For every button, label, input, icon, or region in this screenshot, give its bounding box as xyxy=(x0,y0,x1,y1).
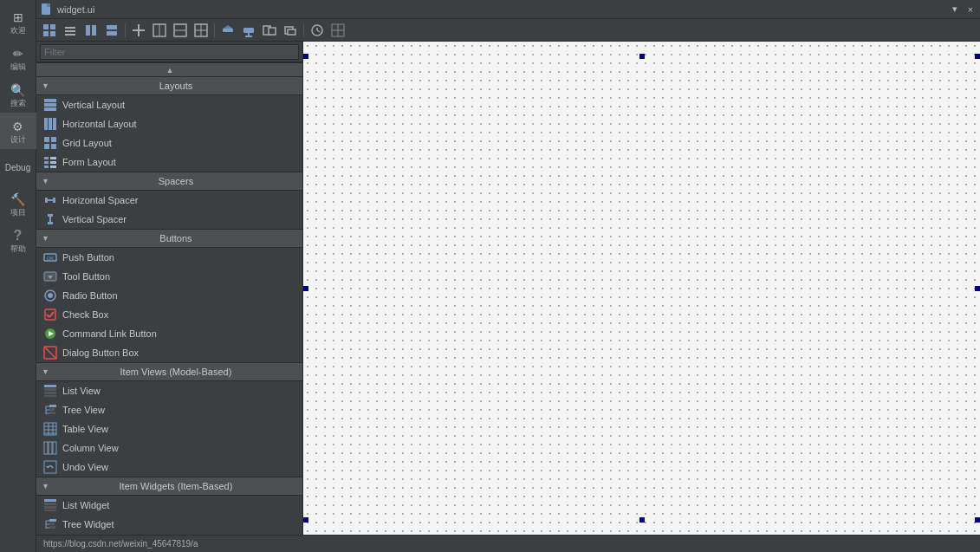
content-area: ▲ ▼ Layouts Vertical Layout xyxy=(36,42,980,535)
close-btn[interactable]: × xyxy=(964,3,977,16)
svg-rect-3 xyxy=(50,24,55,29)
sidebar-item-help[interactable]: ? 帮助 xyxy=(0,222,36,258)
sidebar-item-search[interactable]: 🔍 搜索 xyxy=(0,76,36,113)
list-item-dialog-button-box[interactable]: Dialog Button Box xyxy=(36,343,302,362)
toolbar-btn-14[interactable] xyxy=(328,22,347,39)
svg-rect-40 xyxy=(44,118,48,130)
svg-line-67 xyxy=(49,312,54,317)
corner-tl xyxy=(303,54,308,59)
corner-br xyxy=(975,517,980,523)
svg-rect-2 xyxy=(43,24,49,29)
horizontal-spacer-label: Horizontal Spacer xyxy=(62,195,138,205)
list-item-list-widget[interactable]: List Widget xyxy=(36,496,302,515)
svg-rect-57 xyxy=(48,214,53,217)
item-views-label: Item Views (Model-Based) xyxy=(55,367,297,377)
category-buttons[interactable]: ▼ Buttons xyxy=(36,229,302,248)
svg-rect-43 xyxy=(44,137,49,142)
list-item-vertical-layout[interactable]: Vertical Layout xyxy=(36,95,302,114)
list-item-tool-button[interactable]: Tool Button xyxy=(36,267,302,286)
category-spacers[interactable]: ▼ Spacers xyxy=(36,172,302,191)
toolbar-btn-9[interactable] xyxy=(218,22,237,39)
item-views-arrow: ▼ xyxy=(42,367,49,376)
list-item-table-view[interactable]: Table View xyxy=(36,419,302,438)
sidebar-item-edit[interactable]: ✏ 编辑 xyxy=(0,40,36,76)
sidebar-item-debug[interactable]: Debug xyxy=(0,149,36,185)
minimize-btn[interactable]: ▾ xyxy=(949,3,961,16)
status-text: https://blog.csdn.net/weixin_45647819/a xyxy=(43,539,198,549)
toolbar-btn-7[interactable] xyxy=(171,22,190,39)
toolbar-btn-11[interactable] xyxy=(260,22,279,39)
check-box-icon xyxy=(43,308,57,321)
undo-view-label: Undo View xyxy=(62,462,108,472)
grid-layout-icon xyxy=(43,136,57,150)
project-icon: 🔨 xyxy=(10,192,26,207)
dialog-button-box-label: Dialog Button Box xyxy=(62,347,139,358)
toolbar-btn-5[interactable] xyxy=(129,22,148,39)
svg-rect-28 xyxy=(269,28,276,35)
toolbar-btn-10[interactable] xyxy=(239,22,258,39)
list-item-column-view[interactable]: Column View xyxy=(36,438,302,458)
list-view-icon xyxy=(43,384,57,398)
list-item-command-link-button[interactable]: Command Link Button xyxy=(36,324,302,343)
vertical-layout-icon xyxy=(43,98,57,112)
list-item-undo-view[interactable]: Undo View xyxy=(36,458,302,477)
toolbar-btn-12[interactable] xyxy=(281,22,300,39)
spacers-arrow: ▼ xyxy=(42,177,49,185)
toolbar-btn-6[interactable] xyxy=(150,22,169,39)
push-button-label: Push Button xyxy=(62,252,114,263)
list-item-radio-button[interactable]: Radio Button xyxy=(36,286,302,305)
main-area: widget.ui ▾ × xyxy=(36,0,980,552)
edit-icon: ✏ xyxy=(10,46,26,62)
item-widgets-label: Item Widgets (Item-Based) xyxy=(55,481,297,491)
toolbar-btn-1[interactable] xyxy=(40,22,59,39)
list-item-vertical-spacer[interactable]: Vertical Spacer xyxy=(36,210,302,229)
list-item-push-button[interactable]: OK Push Button xyxy=(36,248,302,267)
tree-widget-icon xyxy=(43,517,57,531)
svg-rect-6 xyxy=(65,27,75,29)
file-icon xyxy=(40,3,54,16)
list-item-horizontal-spacer[interactable]: Horizontal Spacer xyxy=(36,191,302,210)
sidebar-item-design[interactable]: ⚙ 设计 xyxy=(0,113,36,149)
sidebar-item-project[interactable]: 🔨 项目 xyxy=(0,185,36,222)
svg-rect-102 xyxy=(49,519,56,522)
svg-rect-30 xyxy=(288,29,295,35)
toolbar-btn-13[interactable] xyxy=(308,22,327,39)
search-icon: 🔍 xyxy=(10,82,26,98)
list-item-form-layout[interactable]: Form Layout xyxy=(36,153,302,172)
svg-rect-42 xyxy=(53,118,56,130)
svg-rect-52 xyxy=(50,166,56,168)
toolbar-btn-8[interactable] xyxy=(191,22,211,39)
svg-rect-8 xyxy=(65,34,75,36)
toolbar-btn-2[interactable] xyxy=(61,22,80,39)
svg-text:OK: OK xyxy=(47,256,55,261)
svg-rect-10 xyxy=(92,25,96,36)
list-item-tree-view[interactable]: Tree View xyxy=(36,400,302,419)
status-bar: https://blog.csdn.net/weixin_45647819/a xyxy=(36,535,980,552)
filter-input[interactable] xyxy=(40,44,299,60)
list-item-grid-layout[interactable]: Grid Layout xyxy=(36,133,302,153)
category-item-widgets[interactable]: ▼ Item Widgets (Item-Based) xyxy=(36,477,302,496)
svg-rect-65 xyxy=(45,309,55,320)
toolbar-btn-3[interactable] xyxy=(81,22,101,39)
list-item-check-box[interactable]: Check Box xyxy=(36,305,302,324)
scroll-up-btn[interactable]: ▲ xyxy=(36,62,303,76)
radio-button-icon xyxy=(43,289,57,302)
svg-rect-9 xyxy=(86,25,90,36)
svg-rect-90 xyxy=(49,442,52,454)
svg-rect-92 xyxy=(44,461,56,473)
sidebar-item-welcome[interactable]: ⊞ 欢迎 xyxy=(0,3,36,40)
list-item-list-view[interactable]: List View xyxy=(36,381,302,400)
horizontal-spacer-icon xyxy=(43,193,57,207)
dialog-button-box-icon xyxy=(43,346,57,360)
tool-button-icon xyxy=(43,270,57,283)
corner-mr xyxy=(975,286,980,291)
category-layouts[interactable]: ▼ Layouts xyxy=(36,76,302,95)
canvas-area[interactable] xyxy=(303,42,980,535)
toolbar-btn-4[interactable] xyxy=(102,22,121,39)
category-item-views[interactable]: ▼ Item Views (Model-Based) xyxy=(36,362,302,381)
spacers-label: Spacers xyxy=(55,176,297,186)
vertical-spacer-label: Vertical Spacer xyxy=(62,214,127,224)
svg-rect-104 xyxy=(49,526,55,529)
list-item-horizontal-layout[interactable]: Horizontal Layout xyxy=(36,114,302,133)
list-item-tree-widget[interactable]: Tree Widget xyxy=(36,515,302,534)
